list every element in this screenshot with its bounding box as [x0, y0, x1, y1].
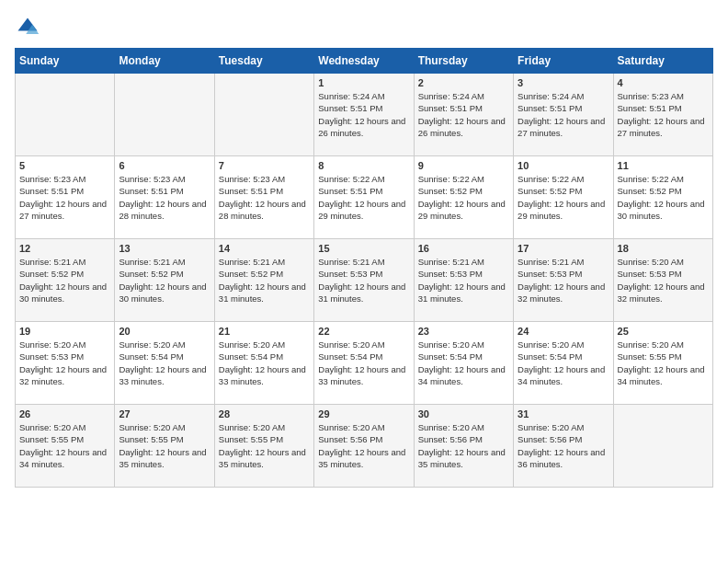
- day-number: 31: [518, 408, 609, 419]
- calendar-cell: 7Sunrise: 5:23 AM Sunset: 5:51 PM Daylig…: [214, 156, 313, 239]
- day-number: 27: [119, 408, 210, 419]
- calendar-cell: 9Sunrise: 5:22 AM Sunset: 5:52 PM Daylig…: [414, 156, 513, 239]
- day-number: 13: [119, 243, 210, 254]
- calendar-cell: 22Sunrise: 5:20 AM Sunset: 5:54 PM Dayli…: [314, 322, 414, 405]
- day-info: Sunrise: 5:23 AM Sunset: 5:51 PM Dayligh…: [19, 173, 110, 222]
- header-row: SundayMondayTuesdayWednesdayThursdayFrid…: [16, 49, 713, 74]
- calendar-table: SundayMondayTuesdayWednesdayThursdayFrid…: [15, 48, 713, 488]
- day-info: Sunrise: 5:20 AM Sunset: 5:55 PM Dayligh…: [19, 421, 110, 470]
- day-info: Sunrise: 5:20 AM Sunset: 5:55 PM Dayligh…: [119, 421, 210, 470]
- day-info: Sunrise: 5:21 AM Sunset: 5:52 PM Dayligh…: [219, 256, 310, 304]
- week-row-1: 1Sunrise: 5:24 AM Sunset: 5:51 PM Daylig…: [16, 74, 713, 156]
- day-info: Sunrise: 5:23 AM Sunset: 5:51 PM Dayligh…: [219, 173, 310, 222]
- day-number: 2: [418, 77, 509, 88]
- calendar-cell: 2Sunrise: 5:24 AM Sunset: 5:51 PM Daylig…: [414, 74, 513, 156]
- calendar-cell: 6Sunrise: 5:23 AM Sunset: 5:51 PM Daylig…: [115, 156, 214, 239]
- calendar-cell: 21Sunrise: 5:20 AM Sunset: 5:54 PM Dayli…: [214, 322, 313, 405]
- day-number: 26: [19, 408, 110, 419]
- calendar-body: 1Sunrise: 5:24 AM Sunset: 5:51 PM Daylig…: [16, 74, 713, 488]
- day-number: 9: [418, 160, 509, 171]
- day-number: 3: [518, 77, 609, 88]
- day-number: 16: [418, 243, 509, 254]
- header-cell-monday: Monday: [115, 49, 214, 74]
- calendar-cell: 15Sunrise: 5:21 AM Sunset: 5:53 PM Dayli…: [314, 239, 414, 322]
- calendar-cell: 31Sunrise: 5:20 AM Sunset: 5:56 PM Dayli…: [514, 405, 613, 488]
- calendar-cell: 30Sunrise: 5:20 AM Sunset: 5:56 PM Dayli…: [414, 405, 513, 488]
- calendar-cell: 13Sunrise: 5:21 AM Sunset: 5:52 PM Dayli…: [115, 239, 214, 322]
- calendar-cell: 19Sunrise: 5:20 AM Sunset: 5:53 PM Dayli…: [16, 322, 115, 405]
- header-cell-wednesday: Wednesday: [314, 49, 414, 74]
- logo-icon: [15, 15, 40, 40]
- calendar-cell: 12Sunrise: 5:21 AM Sunset: 5:52 PM Dayli…: [16, 239, 115, 322]
- day-info: Sunrise: 5:20 AM Sunset: 5:54 PM Dayligh…: [318, 339, 409, 387]
- calendar-cell: 26Sunrise: 5:20 AM Sunset: 5:55 PM Dayli…: [16, 405, 115, 488]
- day-number: 25: [618, 326, 709, 337]
- day-info: Sunrise: 5:24 AM Sunset: 5:51 PM Dayligh…: [318, 90, 409, 139]
- calendar-cell: 28Sunrise: 5:20 AM Sunset: 5:55 PM Dayli…: [214, 405, 313, 488]
- day-info: Sunrise: 5:22 AM Sunset: 5:51 PM Dayligh…: [318, 173, 409, 222]
- calendar-cell: 27Sunrise: 5:20 AM Sunset: 5:55 PM Dayli…: [115, 405, 214, 488]
- calendar-cell: 25Sunrise: 5:20 AM Sunset: 5:55 PM Dayli…: [613, 322, 712, 405]
- header-cell-sunday: Sunday: [16, 49, 115, 74]
- day-info: Sunrise: 5:21 AM Sunset: 5:53 PM Dayligh…: [418, 256, 509, 304]
- calendar-cell: [115, 74, 214, 156]
- day-info: Sunrise: 5:20 AM Sunset: 5:56 PM Dayligh…: [418, 421, 509, 470]
- day-info: Sunrise: 5:20 AM Sunset: 5:54 PM Dayligh…: [219, 339, 310, 387]
- day-info: Sunrise: 5:20 AM Sunset: 5:54 PM Dayligh…: [518, 339, 609, 387]
- day-info: Sunrise: 5:20 AM Sunset: 5:56 PM Dayligh…: [318, 421, 409, 470]
- day-number: 14: [219, 243, 310, 254]
- page-header: [15, 15, 713, 40]
- day-info: Sunrise: 5:21 AM Sunset: 5:52 PM Dayligh…: [19, 256, 110, 304]
- day-number: 29: [318, 408, 409, 419]
- day-number: 24: [518, 326, 609, 337]
- day-info: Sunrise: 5:23 AM Sunset: 5:51 PM Dayligh…: [119, 173, 210, 222]
- calendar-cell: 8Sunrise: 5:22 AM Sunset: 5:51 PM Daylig…: [314, 156, 414, 239]
- day-info: Sunrise: 5:20 AM Sunset: 5:54 PM Dayligh…: [418, 339, 509, 387]
- day-number: 21: [219, 326, 310, 337]
- calendar-cell: [613, 405, 712, 488]
- calendar-cell: 20Sunrise: 5:20 AM Sunset: 5:54 PM Dayli…: [115, 322, 214, 405]
- day-number: 23: [418, 326, 509, 337]
- week-row-5: 26Sunrise: 5:20 AM Sunset: 5:55 PM Dayli…: [16, 405, 713, 488]
- header-cell-thursday: Thursday: [414, 49, 513, 74]
- day-number: 22: [318, 326, 409, 337]
- calendar-cell: 16Sunrise: 5:21 AM Sunset: 5:53 PM Dayli…: [414, 239, 513, 322]
- week-row-3: 12Sunrise: 5:21 AM Sunset: 5:52 PM Dayli…: [16, 239, 713, 322]
- day-number: 15: [318, 243, 409, 254]
- calendar-cell: 29Sunrise: 5:20 AM Sunset: 5:56 PM Dayli…: [314, 405, 414, 488]
- day-number: 12: [19, 243, 110, 254]
- calendar-cell: 3Sunrise: 5:24 AM Sunset: 5:51 PM Daylig…: [514, 74, 613, 156]
- day-number: 28: [219, 408, 310, 419]
- day-info: Sunrise: 5:20 AM Sunset: 5:55 PM Dayligh…: [219, 421, 310, 470]
- day-info: Sunrise: 5:21 AM Sunset: 5:53 PM Dayligh…: [318, 256, 409, 304]
- week-row-4: 19Sunrise: 5:20 AM Sunset: 5:53 PM Dayli…: [16, 322, 713, 405]
- day-number: 18: [618, 243, 709, 254]
- calendar-cell: [214, 74, 313, 156]
- day-info: Sunrise: 5:24 AM Sunset: 5:51 PM Dayligh…: [518, 90, 609, 139]
- calendar-cell: 18Sunrise: 5:20 AM Sunset: 5:53 PM Dayli…: [613, 239, 712, 322]
- header-cell-friday: Friday: [514, 49, 613, 74]
- calendar-cell: 17Sunrise: 5:21 AM Sunset: 5:53 PM Dayli…: [514, 239, 613, 322]
- week-row-2: 5Sunrise: 5:23 AM Sunset: 5:51 PM Daylig…: [16, 156, 713, 239]
- calendar-cell: 10Sunrise: 5:22 AM Sunset: 5:52 PM Dayli…: [514, 156, 613, 239]
- calendar-cell: 1Sunrise: 5:24 AM Sunset: 5:51 PM Daylig…: [314, 74, 414, 156]
- calendar-cell: [16, 74, 115, 156]
- day-number: 11: [618, 160, 709, 171]
- day-number: 8: [318, 160, 409, 171]
- day-number: 20: [119, 326, 210, 337]
- day-info: Sunrise: 5:20 AM Sunset: 5:53 PM Dayligh…: [19, 339, 110, 387]
- calendar-cell: 4Sunrise: 5:23 AM Sunset: 5:51 PM Daylig…: [613, 74, 712, 156]
- day-info: Sunrise: 5:23 AM Sunset: 5:51 PM Dayligh…: [618, 90, 709, 139]
- day-number: 7: [219, 160, 310, 171]
- logo: [15, 15, 44, 40]
- day-info: Sunrise: 5:22 AM Sunset: 5:52 PM Dayligh…: [518, 173, 609, 222]
- day-info: Sunrise: 5:20 AM Sunset: 5:56 PM Dayligh…: [518, 421, 609, 470]
- calendar-cell: 24Sunrise: 5:20 AM Sunset: 5:54 PM Dayli…: [514, 322, 613, 405]
- calendar-cell: 14Sunrise: 5:21 AM Sunset: 5:52 PM Dayli…: [214, 239, 313, 322]
- calendar-cell: 5Sunrise: 5:23 AM Sunset: 5:51 PM Daylig…: [16, 156, 115, 239]
- day-info: Sunrise: 5:22 AM Sunset: 5:52 PM Dayligh…: [418, 173, 509, 222]
- day-info: Sunrise: 5:20 AM Sunset: 5:53 PM Dayligh…: [618, 256, 709, 304]
- day-info: Sunrise: 5:21 AM Sunset: 5:53 PM Dayligh…: [518, 256, 609, 304]
- day-number: 6: [119, 160, 210, 171]
- day-number: 4: [618, 77, 709, 88]
